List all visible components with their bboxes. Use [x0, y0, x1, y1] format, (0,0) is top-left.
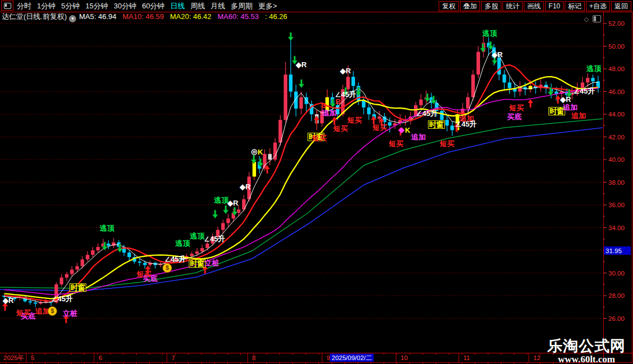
- x-axis: 2025年567891011122025/09/02/二: [0, 353, 633, 364]
- top-toolbar: 分时1分钟5分钟15分钟30分钟60分钟日线周线月线多周期更多> 复权叠加多股统…: [0, 0, 633, 12]
- svg-text:38.00: 38.00: [608, 179, 625, 186]
- chart-canvas[interactable]: 52.0050.0048.0046.0044.0042.0040.0038.00…: [0, 0, 633, 364]
- svg-text:28.00: 28.00: [608, 292, 625, 299]
- toolbar-buttons: 复权叠加多股统计画线F10标记+自选返回: [437, 1, 631, 11]
- toolbar-button-叠加[interactable]: 叠加: [460, 1, 480, 11]
- app-window: 分时1分钟5分钟15分钟30分钟60分钟日线周线月线多周期更多> 复权叠加多股统…: [0, 0, 633, 364]
- layout-icon[interactable]: [1, 1, 13, 11]
- svg-text:52.00: 52.00: [608, 20, 625, 27]
- period-tab-15分钟[interactable]: 15分钟: [85, 2, 108, 10]
- stock-title: 达仁堂(日线.前复权): [2, 12, 67, 21]
- sell-arrow-icon: [288, 32, 294, 41]
- diamond-icon[interactable]: ◇: [584, 16, 589, 23]
- period-tab-多周期[interactable]: 多周期: [231, 2, 253, 10]
- chart-header: 达仁堂(日线.前复权)MA5: 46.94MA10: 46.59MA20: 46…: [2, 13, 294, 21]
- sell-arrow-icon: [223, 206, 229, 214]
- month-label: 9: [327, 354, 330, 361]
- buy-arrow-icon: [2, 302, 8, 311]
- watermark-title: 乐淘公式网: [547, 339, 626, 354]
- buy-arrow-icon: [398, 127, 403, 136]
- period-tab-日线[interactable]: 日线: [170, 2, 185, 10]
- svg-text:26.00: 26.00: [608, 315, 625, 322]
- ma-value: MA10: 46.59: [123, 12, 164, 21]
- period-tab-1分钟[interactable]: 1分钟: [37, 2, 55, 10]
- ma-value: MA20: 46.42: [170, 12, 212, 21]
- sell-arrow-icon: [299, 80, 304, 88]
- period-tab-5分钟[interactable]: 5分钟: [61, 2, 80, 10]
- svg-text:30.00: 30.00: [608, 270, 625, 277]
- toolbar-button-统计[interactable]: 统计: [502, 1, 523, 11]
- period-tab-30分钟[interactable]: 30分钟: [114, 2, 136, 10]
- sell-arrow-icon: [212, 210, 218, 218]
- watermark-url: www.60lt.com: [547, 354, 626, 364]
- window-split-icon: [4, 3, 11, 9]
- period-tab-周线[interactable]: 周线: [190, 2, 205, 10]
- svg-text:44.00: 44.00: [608, 111, 625, 118]
- y-axis: 52.0050.0048.0046.0044.0042.0040.0038.00…: [603, 12, 632, 362]
- period-tab-分时[interactable]: 分时: [17, 2, 31, 10]
- svg-text:46.00: 46.00: [608, 88, 625, 95]
- month-label: 12: [533, 354, 541, 361]
- month-label: 6: [99, 354, 102, 361]
- gridlines: [0, 24, 603, 319]
- month-label: 5: [31, 354, 34, 361]
- ma-value: MA60: 45.53: [217, 12, 259, 21]
- toolbar-button-返回[interactable]: 返回: [611, 1, 631, 11]
- candles: [2, 35, 600, 307]
- svg-text:36.00: 36.00: [608, 202, 625, 208]
- period-tab-60分钟[interactable]: 60分钟: [142, 2, 164, 10]
- buy-arrow-icon: [63, 315, 69, 323]
- year-label: 2025年: [3, 354, 24, 361]
- month-label: 8: [252, 354, 255, 361]
- ma-values: MA5: 46.94MA10: 46.59MA20: 46.42MA60: 45…: [79, 12, 293, 21]
- month-label: 10: [401, 354, 408, 361]
- toolbar-button-+自选[interactable]: +自选: [586, 1, 610, 11]
- toolbar-button-F10[interactable]: F10: [545, 1, 564, 11]
- svg-text:31.95: 31.95: [606, 248, 622, 254]
- period-tab-更多>[interactable]: 更多>: [258, 2, 277, 10]
- split-window-icon[interactable]: [593, 15, 601, 22]
- toolbar-button-标记[interactable]: 标记: [565, 1, 585, 11]
- corner-icons: ◇: [584, 13, 601, 21]
- long-ma-lines: [0, 119, 603, 291]
- svg-text:34.00: 34.00: [608, 225, 625, 231]
- month-label: 7: [171, 354, 175, 361]
- svg-text:50.00: 50.00: [608, 43, 625, 50]
- watermark: 乐淘公式网 www.60lt.com: [547, 339, 626, 364]
- toolbar-button-画线[interactable]: 画线: [524, 1, 544, 11]
- svg-text:42.00: 42.00: [608, 134, 625, 141]
- svg-text:40.00: 40.00: [608, 156, 625, 163]
- ma-value: MA5: 46.94: [79, 12, 117, 21]
- buy-arrow-icon: [528, 99, 533, 108]
- svg-text:48.00: 48.00: [608, 66, 625, 72]
- ma-value: : 46.26: [265, 12, 287, 21]
- period-tabs: 分时1分钟5分钟15分钟30分钟60分钟日线周线月线多周期更多>: [17, 0, 282, 12]
- toolbar-button-复权[interactable]: 复权: [439, 1, 459, 11]
- svg-text:2025/09/02/二: 2025/09/02/二: [332, 354, 372, 361]
- sell-arrow-icon: [292, 56, 297, 64]
- month-label: 11: [463, 354, 470, 361]
- buy-arrow-icon: [555, 95, 561, 104]
- period-tab-月线[interactable]: 月线: [211, 2, 225, 10]
- toolbar-button-多股[interactable]: 多股: [481, 1, 501, 11]
